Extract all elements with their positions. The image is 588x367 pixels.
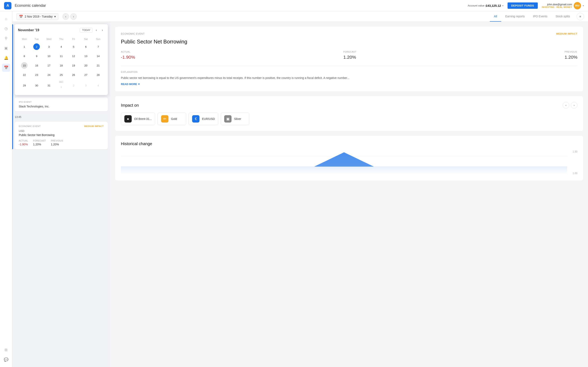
calendar-day[interactable]: 4 <box>55 42 67 51</box>
calendar-day[interactable]: 30 <box>31 80 43 91</box>
calendar-day[interactable]: 6 <box>80 42 92 51</box>
tab-all[interactable]: All <box>490 11 501 22</box>
economic-event-card[interactable]: ECONOMIC EVENT MEDIUM IMPACT USD Public … <box>15 122 108 149</box>
impact-section: Impact on ‹ › ● Oil Brent-31... ✏ <box>115 96 583 131</box>
calendar-day[interactable]: 9 <box>31 52 43 60</box>
explanation-label: EXPLANATION <box>121 71 577 73</box>
calendar-day[interactable]: 7 <box>92 42 104 51</box>
prev-arrow-button[interactable]: ‹ <box>62 13 69 20</box>
detail-actual-value: -1.90% <box>121 55 135 60</box>
account-chevron-icon[interactable]: ▾ <box>502 4 503 7</box>
today-button[interactable]: TODAY <box>80 28 93 33</box>
calendar-month-year: November '19 <box>18 28 39 32</box>
gold-name: Gold <box>171 117 177 120</box>
tab-ipo-events[interactable]: IPO Events <box>529 11 552 22</box>
oil-name: Oil Brent-31... <box>134 117 152 120</box>
detail-stat-forecast: FORECAST 1.20% <box>343 50 356 60</box>
impact-title: Impact on <box>121 103 139 108</box>
account-label: Account value <box>468 4 484 7</box>
sidebar-item-calendar[interactable]: 📅 <box>2 64 10 72</box>
calendar-day[interactable]: 24 <box>43 70 55 79</box>
stat-forecast: FORECAST 1.20% <box>33 140 46 146</box>
instrument-card-silver[interactable]: ▣ Silver <box>221 113 249 125</box>
sidebar-item-layout[interactable]: ⊞ <box>2 346 10 354</box>
calendar-prev-button[interactable]: ‹ <box>94 27 98 33</box>
impact-header: Impact on ‹ › <box>121 102 577 108</box>
chevron-down-icon: ▾ <box>138 83 140 86</box>
detail-impact-badge: MEDIUM IMPACT <box>556 33 577 35</box>
calendar-day[interactable]: 19 <box>68 61 79 70</box>
calendar-day[interactable]: 3 <box>43 42 55 51</box>
calendar-day[interactable]: 4 <box>92 80 104 91</box>
tab-stock-splits[interactable]: Stock splits <box>552 11 574 22</box>
forecast-value: 1.20% <box>33 143 46 146</box>
calendar-day[interactable]: 16 <box>31 61 43 70</box>
calendar-day[interactable]: 17 <box>43 61 55 70</box>
calendar-day[interactable]: 1 <box>18 42 30 51</box>
calendar-day[interactable]: 15 <box>18 61 30 70</box>
calendar-day[interactable]: 20 <box>80 61 92 70</box>
date-selector[interactable]: 📅 2 Nov 2019 - Tuesday ▾ <box>16 13 58 20</box>
sidebar-item-search[interactable]: ⚲ <box>2 34 10 42</box>
sidebar-item-notifications[interactable]: 🔔 <box>2 54 10 62</box>
calendar-header: November '19 TODAY ‹ › <box>18 27 104 33</box>
topnav: A Economic calendar Account value £43,12… <box>0 0 588 11</box>
impact-prev-button[interactable]: ‹ <box>563 102 569 108</box>
calendar-day[interactable]: 14 <box>92 52 104 60</box>
menu-button[interactable]: ≡ <box>577 13 584 20</box>
cal-header-wed: Wed <box>43 36 55 42</box>
sidebar-item-chat[interactable]: 💬 <box>2 356 10 364</box>
detail-event-label: ECONOMIC EVENT <box>121 33 145 35</box>
left-panel: November '19 TODAY ‹ › Mon T <box>12 22 110 367</box>
calendar-day[interactable]: 3 <box>80 80 92 91</box>
calendar-day[interactable]: 8 <box>18 52 30 60</box>
time-marker: 13:45 <box>12 114 110 120</box>
deposit-button[interactable]: DEPOSIT FUNDS <box>508 2 538 9</box>
calendar-day[interactable]: DEC1 <box>55 80 67 91</box>
sidebar-item-history[interactable]: ◷ <box>2 25 10 33</box>
calendar-day[interactable]: 26 <box>68 70 79 79</box>
calendar-day[interactable]: 18 <box>55 61 67 70</box>
sidebar-item-home[interactable]: ⌂ <box>2 15 10 23</box>
calendar-day[interactable]: 12 <box>68 52 79 60</box>
calendar-day[interactable]: 11 <box>55 52 67 60</box>
instrument-card-oil[interactable]: ● Oil Brent-31... <box>121 113 155 125</box>
user-section: john.doe@gmail.com INVESTING · REAL MONE… <box>542 2 584 9</box>
calendar-day[interactable]: 21 <box>92 61 104 70</box>
calendar-day[interactable]: 13 <box>80 52 92 60</box>
next-arrow-button[interactable]: › <box>70 13 77 20</box>
calendar-dropdown: November '19 TODAY ‹ › Mon T <box>15 24 108 95</box>
instrument-card-gold[interactable]: ✏ Gold <box>158 113 186 125</box>
chart-y-labels: 1.50 1.00 <box>569 150 577 175</box>
instrument-card-eurusd[interactable]: € EUR/USD <box>189 113 218 125</box>
sidebar-item-portfolio[interactable]: ▣ <box>2 44 10 52</box>
calendar-next-button[interactable]: › <box>100 27 104 33</box>
calendar-day[interactable]: 23 <box>31 70 43 79</box>
tab-earning-reports[interactable]: Earning reports <box>501 11 529 22</box>
calendar-day[interactable]: 27 <box>80 70 92 79</box>
stat-previous: PREVIOUS 1.20% <box>51 140 63 146</box>
user-chevron-icon[interactable]: ▾ <box>583 4 584 7</box>
main-content: 📅 2 Nov 2019 - Tuesday ▾ ‹ › All Earning… <box>12 11 588 367</box>
calendar-day[interactable]: 31 <box>43 80 55 91</box>
ipo-name: Slack Technologies, Inc. <box>19 105 104 108</box>
ipo-event-card[interactable]: IPO EVENT Slack Technologies, Inc. <box>15 98 108 111</box>
calendar-day[interactable]: 29 <box>18 80 30 91</box>
calendar-day[interactable]: 5 <box>68 42 79 51</box>
calendar-day[interactable]: 22 <box>18 70 30 79</box>
calendar-day[interactable]: 10 <box>43 52 55 60</box>
detail-stat-previous: PREVIOUS 1.20% <box>565 50 577 60</box>
avatar[interactable]: INV <box>574 2 581 9</box>
impact-next-button[interactable]: › <box>571 102 577 108</box>
calendar-day[interactable]: 28 <box>92 70 104 79</box>
calendar-day[interactable]: 25 <box>55 70 67 79</box>
cal-header-thu: Thu <box>55 36 67 42</box>
blue-indicator <box>12 24 13 149</box>
calendar-day[interactable]: 2 <box>68 80 79 91</box>
read-more-button[interactable]: READ MORE ▾ <box>121 83 577 86</box>
account-value: £43,125.12 <box>486 4 501 7</box>
event-name: Public Sector Net Borrowing <box>19 133 104 137</box>
calendar-day[interactable]: 2 <box>31 42 43 51</box>
detail-card-header: ECONOMIC EVENT MEDIUM IMPACT <box>121 33 577 35</box>
date-display: 2 Nov 2019 - Tuesday <box>25 15 53 18</box>
